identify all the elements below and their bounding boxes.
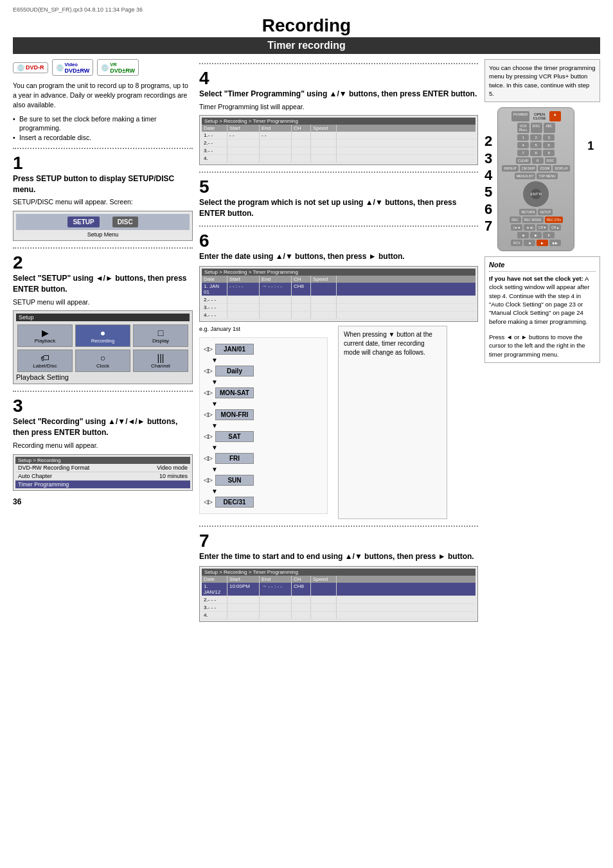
logo-row: 💿 DVD-R 💿 VideoDVD±RW 💿 VRDVD±RW	[13, 59, 193, 76]
step-num-4: 4	[484, 167, 492, 184]
step-num-6: 6	[484, 201, 492, 218]
tt-row-4-1: 1.- - - - - -	[202, 132, 475, 139]
setup-disc-screen: SETUP DISC Setup Menu	[13, 211, 193, 241]
remote-section: 2 3 4 5 6 7 POWER OPENCLOSE ▲	[484, 107, 600, 251]
col-end: End	[260, 125, 292, 132]
step-2-desc: SETUP menu will appear.	[13, 297, 193, 307]
remote-top-row-1: POWER OPENCLOSE ▲	[501, 111, 571, 121]
setup-cell-recording: ● Recording	[75, 324, 130, 347]
note-heading-1: If you have not set the clock yet:	[489, 275, 583, 282]
step-num-3: 3	[484, 150, 492, 167]
note-title: Note	[489, 261, 596, 269]
btn-9: 9	[543, 150, 555, 156]
step-4: 4 Select "Timer Programming" using ▲/▼ b…	[199, 68, 478, 165]
rec-row-1-value: Video mode	[157, 465, 188, 471]
timer-table-4-header: Date Start End CH Speed	[202, 125, 475, 132]
rec-otis-button: REC OTis	[545, 217, 563, 223]
repeat-button: REPEAT	[502, 165, 519, 172]
next-skip: ◄◄|	[524, 224, 535, 231]
left-column: 💿 DVD-R 💿 VideoDVD±RW 💿 VRDVD±RW	[13, 59, 193, 628]
timer-table-4-title: Setup > Recording > Timer Programming	[202, 118, 475, 125]
remote-row-play: ■ ▶ ⏸	[501, 232, 571, 238]
nav-circle: ENT'R	[523, 181, 549, 207]
stop-button: ■	[517, 232, 529, 238]
remote-row-numbers-2: 4 5 6	[501, 142, 571, 148]
tt-row-7-3: 3.- - -	[202, 604, 475, 612]
disc2-button: DISC	[545, 157, 556, 164]
cm-skip-button: CM SKIP	[520, 165, 537, 172]
btn-4: 4	[517, 142, 529, 148]
date-cycle-section: e.g. January 1st ◁▷ JAN/01 ▼ ◁▷	[199, 326, 478, 519]
disc-button-display: DISC	[112, 217, 138, 227]
cycle-jan01-box: JAN/01	[215, 344, 254, 355]
bullet-list: Be sure to set the clock before making a…	[13, 114, 193, 143]
dvdr-label: DVD-R	[26, 64, 44, 71]
tt-r4-1-start: - -	[227, 132, 260, 139]
screen-label-playback: Playback Setting	[16, 373, 190, 381]
remote-body: POWER OPENCLOSE ▲ VCRPlus+ DISC ABC 1 2	[497, 107, 574, 251]
channel-label: Channel	[151, 363, 170, 369]
cycle-monfri-box: MON-FRI	[215, 409, 254, 420]
setup-menu-grid: ▶ Playback ● Recording □ Display 🏷	[16, 323, 190, 373]
step-3: 3 Select "Recording" using ▲/▼/◄/► butto…	[13, 396, 193, 490]
btn-1: 1	[517, 134, 529, 141]
page-number: 36	[13, 497, 193, 506]
btn-6: 6	[543, 142, 555, 148]
rcv-button: RCV	[511, 240, 522, 246]
step-5-number: 5	[199, 177, 478, 197]
remote-row-vcr: VCRPlus+ DISC ABC	[501, 123, 571, 133]
tt-r4-1-ch	[292, 132, 311, 139]
label-disc-label: Label/Disc	[33, 363, 57, 369]
step-num-7: 7	[484, 218, 492, 235]
zoom-button: ZOOM	[538, 165, 551, 172]
disc-button: DISC	[531, 123, 542, 133]
timer-table-6-header: Date Start End CH Speed	[202, 276, 475, 283]
bullet-2: Insert a recordable disc.	[13, 133, 193, 143]
setup-cell-clock: ○ Clock	[75, 350, 130, 372]
tt-row-6-4: 4.- - -	[202, 312, 475, 319]
press-label: Press	[489, 333, 504, 341]
tt-row-6-3: 3.- - -	[202, 304, 475, 312]
setup-cell-channel: ||| Channel	[133, 350, 188, 372]
dvdrw-label: VideoDVD±RW	[65, 61, 90, 74]
tt-r4-4-date: 4.	[202, 155, 227, 162]
play-button: ▶	[530, 232, 542, 238]
page-title: Recording	[13, 15, 600, 36]
btn-3: 3	[543, 134, 555, 141]
disc-icon-dvdrw: 💿	[56, 64, 64, 71]
rec-row-2-value: 10 minutes	[159, 473, 188, 479]
fwd-button: ▶▶	[549, 240, 561, 246]
dvdrw-vr-logo: 💿 VRDVD±RW	[97, 59, 139, 76]
tt-row-7-2: 2.- - -	[202, 596, 475, 604]
step-5: 5 Select the program which is not set up…	[199, 177, 478, 219]
step-num-5: 5	[484, 184, 492, 200]
btn-7: 7	[517, 150, 529, 156]
cycle-sat-box: SAT	[215, 431, 254, 442]
section-title: Timer recording	[13, 37, 600, 54]
vcr-plus-button: VCRPlus+	[517, 123, 529, 133]
setup-menu-screen: Setup ▶ Playback ● Recording □ Display	[13, 310, 193, 384]
timer-table-7: Setup > Recording > Timer Programming Da…	[199, 566, 478, 622]
step-4-number: 4	[199, 68, 478, 89]
screen-label-setup: Setup Menu	[16, 231, 190, 238]
remote-row-rcv: RCV ■ ▶ ▶▶	[501, 240, 571, 246]
remote-row-return: RETURN SETUP	[501, 209, 571, 215]
tt-r4-1-speed	[311, 132, 337, 139]
when-pressing-note: When pressing ▼ button at the current da…	[338, 326, 447, 519]
remote-row-menu: MENU/LIST TOP MENU	[501, 173, 571, 179]
note-divider	[489, 271, 596, 272]
mid-column: 4 Select "Timer Programming" using ▲/▼ b…	[199, 59, 478, 628]
ch-down: CH▼	[537, 224, 548, 231]
date-cycle-area: e.g. January 1st ◁▷ JAN/01 ▼ ◁▷	[199, 326, 328, 519]
cycle-monfri: ◁▷ MON-FRI	[204, 409, 323, 420]
remote-row-repeat: REPEAT CM SKIP ZOOM DISPLAY	[501, 165, 571, 172]
tt-row-4-2: 2.- -	[202, 139, 475, 147]
arrow-down-7: ▼	[211, 488, 218, 495]
return-button: RETURN	[519, 209, 537, 215]
clock-icon: ○	[100, 353, 105, 363]
prev-skip: |◄◄	[511, 224, 522, 231]
dvdr-logo: 💿 DVD-R	[13, 62, 48, 73]
open-close-button: ▲	[549, 111, 561, 121]
cycle-monsat-box: MON-SAT	[215, 387, 254, 398]
rec-button: REC	[510, 217, 521, 223]
